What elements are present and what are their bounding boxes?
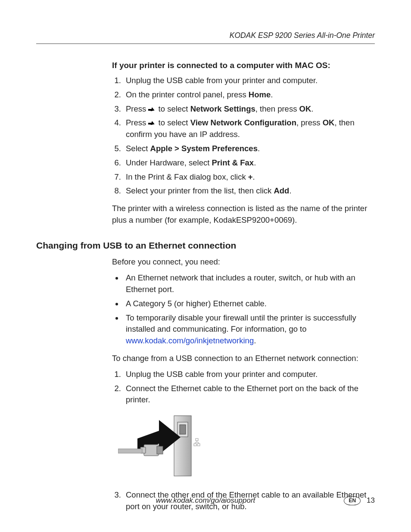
list-item: On the printer control panel, press Home… [123,89,375,101]
list-item: In the Print & Fax dialog box, click +. [123,171,375,183]
inkjet-networking-link[interactable]: www.kodak.com/go/inkjetnetworking [126,336,254,345]
ethernet-cable-figure [118,414,375,482]
svg-rect-5 [197,444,200,446]
mac-heading: If your printer is connected to a comput… [112,59,375,72]
svg-rect-10 [118,449,142,453]
document-page: KODAK ESP 9200 Series All-in-One Printer… [0,0,411,532]
list-item: Press to select Network Settings, then p… [123,103,375,115]
eth-steps: Unplug the USB cable from your printer a… [112,369,375,406]
mac-steps: Unplug the USB cable from your printer a… [112,75,375,197]
list-item: Unplug the USB cable from your printer a… [123,369,375,380]
list-item: Select Apple > System Preferences. [123,143,375,155]
svg-rect-3 [196,439,198,441]
mac-after-paragraph: The printer with a wireless connection i… [112,203,375,226]
list-item: An Ethernet network that includes a rout… [123,272,375,296]
list-item: Select your printer from the list, then … [123,185,375,197]
svg-rect-7 [144,445,159,456]
eth-requirements: An Ethernet network that includes a rout… [112,272,375,347]
svg-rect-4 [194,444,196,446]
ethernet-section: Before you connect, you need: An Etherne… [112,256,375,512]
svg-rect-2 [180,425,186,434]
list-item: Press to select View Network Configurati… [123,117,375,140]
ethernet-illustration [118,414,213,478]
running-header: KODAK ESP 9200 Series All-in-One Printer [36,30,375,44]
list-item: Under Hardware, select Print & Fax. [123,157,375,169]
header-title: KODAK ESP 9200 Series All-in-One Printer [230,31,375,40]
mac-section: If your printer is connected to a comput… [112,59,375,226]
eth-intro: Before you connect, you need: [112,256,375,268]
page-number: 13 [367,495,375,506]
page-footer: www.kodak.com/go/aiosupport EN 13 [36,495,375,506]
list-item: To temporarily disable your firewall unt… [123,312,375,347]
list-item: Unplug the USB cable from your printer a… [123,75,375,87]
language-badge: EN [344,496,361,505]
footer-page-group: EN 13 [344,495,375,506]
list-item: A Category 5 (or higher) Ethernet cable. [123,298,375,310]
down-arrow-icon [148,108,156,112]
ethernet-heading: Changing from USB to an Ethernet connect… [36,239,375,252]
list-item: Connect the Ethernet cable to the Ethern… [123,383,375,406]
footer-url: www.kodak.com/go/aiosupport [156,495,255,506]
down-arrow-icon [148,121,156,126]
svg-rect-9 [157,446,163,454]
eth-intro2: To change from a USB connection to an Et… [112,353,375,364]
